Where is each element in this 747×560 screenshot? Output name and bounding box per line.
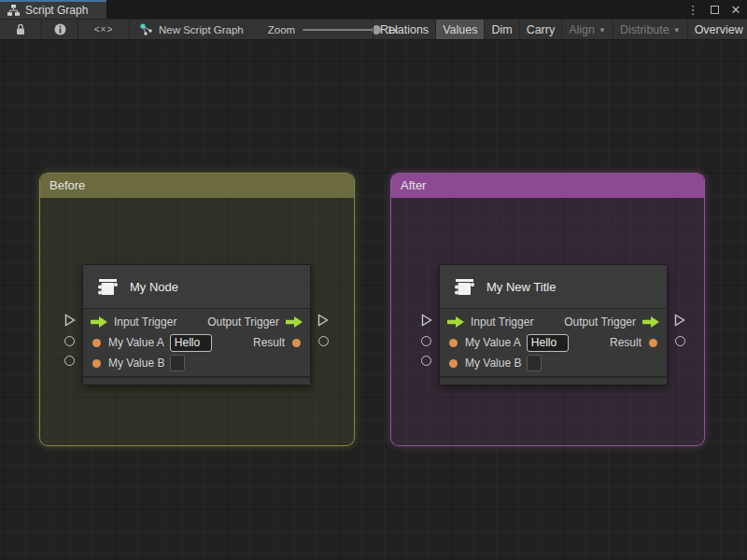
value-port-icon[interactable] (449, 359, 458, 368)
node-header[interactable]: My New Title (440, 265, 667, 309)
result-port-outer[interactable] (318, 336, 329, 346)
inspect-button[interactable] (42, 20, 78, 39)
value-port-icon[interactable] (92, 359, 101, 368)
group-after-header[interactable]: After (391, 174, 704, 198)
value-a-input[interactable] (170, 334, 212, 352)
node-title: My Node (130, 280, 178, 294)
value-a-port-outer[interactable] (64, 336, 75, 346)
unit-icon (94, 274, 120, 300)
relations-button[interactable]: Relations (373, 20, 435, 39)
graph-asset-button[interactable]: New Script Graph (130, 20, 253, 39)
input-flow-port-outer[interactable] (421, 314, 432, 327)
result-port-outer[interactable] (675, 336, 685, 346)
value-b-port-outer[interactable] (64, 356, 75, 366)
carry-button[interactable]: Carry (519, 20, 562, 39)
value-a-port-outer[interactable] (421, 336, 431, 346)
toolbar-toggles: Relations Values Dim Carry Align ▼ Distr… (373, 20, 747, 39)
port-row-value-b: My Value B (83, 353, 310, 373)
group-label: After (401, 178, 426, 192)
dim-button[interactable]: Dim (484, 20, 518, 39)
output-flow-port-outer[interactable] (317, 314, 329, 327)
values-button[interactable]: Values (435, 20, 484, 39)
group-label: Before (49, 178, 85, 192)
flow-in-icon[interactable] (447, 316, 464, 328)
overview-button[interactable]: Overview (687, 20, 747, 39)
group-before-header[interactable]: Before (40, 174, 354, 198)
result-port-icon[interactable] (292, 339, 301, 347)
script-graph-icon (7, 5, 20, 16)
zoom-slider[interactable] (303, 29, 379, 31)
port-row-value-a: My Value A Result (440, 332, 667, 353)
distribute-dropdown[interactable]: Distribute ▼ (613, 20, 687, 39)
graph-canvas[interactable]: Before After (0, 40, 747, 560)
align-dropdown[interactable]: Align ▼ (561, 20, 613, 39)
port-row-value-a: My Value A Result (83, 332, 310, 353)
node-header[interactable]: My Node (83, 265, 310, 309)
graph-node-icon (139, 23, 153, 36)
graph-source-button[interactable]: <×> (78, 20, 129, 39)
flow-in-icon[interactable] (91, 316, 107, 328)
window-controls: ⋮ ✕ (685, 0, 743, 19)
close-icon[interactable]: ✕ (728, 2, 743, 17)
node-footer (440, 376, 667, 385)
flow-out-icon[interactable] (286, 316, 303, 328)
info-icon (54, 23, 66, 35)
tab-script-graph[interactable]: Script Graph (0, 0, 106, 19)
value-a-input[interactable] (527, 334, 569, 352)
maximize-icon[interactable] (707, 2, 722, 17)
port-row-value-b: My Value B (440, 353, 667, 373)
input-flow-port-outer[interactable] (64, 314, 76, 327)
tab-title: Script Graph (25, 4, 88, 17)
node-footer (83, 376, 310, 385)
graph-asset-label: New Script Graph (159, 24, 244, 35)
value-b-input[interactable] (170, 355, 185, 371)
unit-icon (451, 274, 476, 300)
chevron-down-icon: ▼ (673, 26, 681, 35)
flow-out-icon[interactable] (642, 316, 659, 328)
value-b-input[interactable] (527, 355, 542, 371)
value-port-icon[interactable] (449, 339, 458, 347)
node-title: My New Title (486, 280, 556, 294)
window-titlebar: Script Graph ⋮ ✕ (0, 0, 747, 19)
graph-toolbar: <×> New Script Graph Zoom 1x Relations V… (0, 19, 747, 40)
code-icon: <×> (94, 24, 114, 35)
value-port-icon[interactable] (92, 339, 101, 347)
lock-button[interactable] (0, 20, 41, 39)
zoom-label: Zoom (268, 24, 295, 35)
port-row-triggers: Input Trigger Output Trigger (83, 312, 310, 332)
port-row-triggers: Input Trigger Output Trigger (440, 312, 667, 332)
result-port-icon[interactable] (649, 339, 657, 347)
node-my-new-title: My New Title Input Trigger Output Trigge… (439, 264, 668, 385)
more-menu-icon[interactable]: ⋮ (685, 2, 700, 17)
lock-icon (15, 23, 26, 35)
node-my-node: My Node Input Trigger Output Trigger (82, 264, 311, 385)
value-b-port-outer[interactable] (421, 356, 431, 366)
chevron-down-icon: ▼ (599, 26, 606, 35)
output-flow-port-outer[interactable] (674, 314, 685, 327)
